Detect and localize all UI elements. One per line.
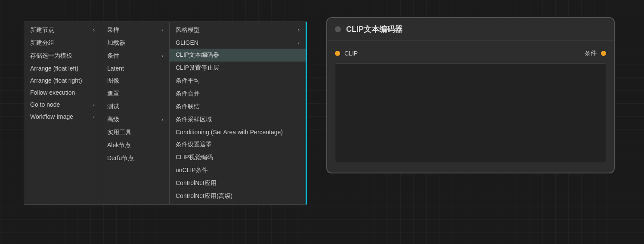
menu-item-condition[interactable]: 条件 › <box>101 49 169 62</box>
node-title: CLIP文本编码器 <box>346 24 402 34</box>
arrow-icon: › <box>93 102 95 108</box>
menu-item-cond-area-pct[interactable]: Conditioning (Set Area with Percentage) <box>170 126 306 138</box>
menu-item-workflow-image[interactable]: Workflow Image › <box>24 111 101 123</box>
arrow-icon: › <box>161 27 163 33</box>
menu-item-go-to-node[interactable]: Go to node › <box>24 99 101 111</box>
menu-item-cond-average[interactable]: 条件平均 <box>170 74 306 87</box>
node-textarea[interactable] <box>335 63 606 162</box>
menu-column-2: 采样 › 加载器 条件 › Latent 图像 遮罩 测试 高级 › 实用工具 <box>101 22 170 205</box>
menu-item-new-group[interactable]: 新建分组 <box>24 37 101 49</box>
arrow-icon: › <box>298 27 300 33</box>
menu-item-test[interactable]: 测试 <box>101 100 169 113</box>
menu-column-3: 风格模型 › GLIGEN › CLIP文本编码器 CLIP设置停止层 条件平均… <box>169 22 307 205</box>
menu-item-utility[interactable]: 实用工具 <box>101 126 169 139</box>
menu-item-alek-nodes[interactable]: Alek节点 <box>101 139 169 152</box>
node-header: CLIP文本编码器 <box>327 18 614 41</box>
node-output-label: 条件 <box>585 49 597 57</box>
menu-item-follow-execution[interactable]: Follow execution <box>24 86 101 99</box>
menu-item-gligen[interactable]: GLIGEN › <box>170 37 306 49</box>
menu-item-latent[interactable]: Latent <box>101 62 169 74</box>
menu-item-derfu-nodes[interactable]: Derfu节点 <box>101 152 169 165</box>
menu-item-cond-set-mask[interactable]: 条件设置遮罩 <box>170 138 306 151</box>
node-body: CLIP 条件 <box>327 41 614 173</box>
node-status-dot <box>335 26 341 32</box>
menu-item-style-model[interactable]: 风格模型 › <box>170 24 306 37</box>
node-input-label: CLIP <box>344 50 358 57</box>
menu-item-arrange-right[interactable]: Arrange (float right) <box>24 74 101 86</box>
menu-item-save-template[interactable]: 存储选中为模板 <box>24 49 101 62</box>
arrow-icon: › <box>161 117 163 123</box>
menu-item-controlnet-apply-adv[interactable]: ControlNet应用(高级) <box>170 190 306 203</box>
menu-item-clip-set-stop[interactable]: CLIP设置停止层 <box>170 62 306 74</box>
context-menu: 新建节点 › 新建分组 存储选中为模板 Arrange (float left)… <box>24 22 307 205</box>
node-input-dot <box>335 51 340 56</box>
menu-item-controlnet-apply[interactable]: ControlNet应用 <box>170 177 306 190</box>
menu-item-loader[interactable]: 加载器 <box>101 37 169 49</box>
arrow-icon: › <box>298 40 300 46</box>
menu-item-cond-concat[interactable]: 条件联结 <box>170 100 306 113</box>
menu-item-advanced[interactable]: 高级 › <box>101 113 169 126</box>
menu-item-cond-combine[interactable]: 条件合并 <box>170 87 306 100</box>
arrow-icon: › <box>161 53 163 59</box>
menu-item-sampling[interactable]: 采样 › <box>101 24 169 37</box>
node-card: CLIP文本编码器 CLIP 条件 <box>326 17 615 173</box>
menu-item-unclip-cond[interactable]: unCLIP条件 <box>170 164 306 177</box>
node-output-dot <box>601 51 606 56</box>
arrow-icon: › <box>93 114 95 120</box>
node-port-row: CLIP 条件 <box>327 46 614 61</box>
arrow-icon: › <box>93 27 95 33</box>
menu-item-mask[interactable]: 遮罩 <box>101 87 169 100</box>
node-input-group: CLIP <box>335 50 358 57</box>
menu-column-1: 新建节点 › 新建分组 存储选中为模板 Arrange (float left)… <box>24 22 101 205</box>
menu-item-new-node[interactable]: 新建节点 › <box>24 24 101 37</box>
menu-item-clip-text-encoder[interactable]: CLIP文本编码器 <box>170 49 306 62</box>
menu-item-image[interactable]: 图像 <box>101 74 169 87</box>
menu-item-cond-area[interactable]: 条件采样区域 <box>170 113 306 126</box>
node-output-group: 条件 <box>585 49 606 57</box>
menu-item-arrange-left[interactable]: Arrange (float left) <box>24 62 101 74</box>
menu-item-clip-vision-encode[interactable]: CLIP视觉编码 <box>170 151 306 164</box>
